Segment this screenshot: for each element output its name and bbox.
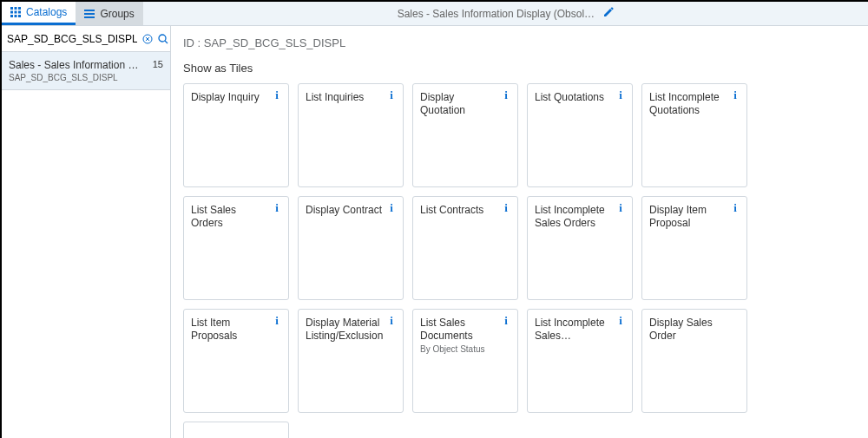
info-icon[interactable]: i: [729, 202, 741, 214]
grid-icon: [10, 7, 21, 17]
tile-add[interactable]: +: [183, 422, 289, 438]
tile[interactable]: Display Item Proposali: [641, 196, 747, 300]
svg-rect-2: [18, 7, 21, 10]
info-icon[interactable]: i: [271, 89, 283, 101]
info-icon[interactable]: i: [271, 202, 283, 214]
sidebar-item-subtitle: SAP_SD_BCG_SLS_DISPL: [9, 73, 163, 82]
tile[interactable]: List Sales Ordersi: [183, 196, 289, 300]
sidebar-item-count: 15: [153, 59, 163, 69]
tile[interactable]: Display Contracti: [298, 196, 404, 300]
tile-subtitle: By Object Status: [420, 344, 510, 354]
clear-icon[interactable]: [142, 34, 153, 44]
info-icon[interactable]: i: [729, 89, 741, 101]
tab-label: Groups: [100, 8, 134, 20]
info-icon[interactable]: i: [500, 202, 512, 214]
tile[interactable]: Display Sales Order: [641, 309, 747, 413]
tile[interactable]: List Contractsi: [412, 196, 518, 300]
tile[interactable]: List Item Proposalsi: [183, 309, 289, 413]
info-icon[interactable]: i: [500, 89, 512, 101]
svg-rect-5: [18, 11, 21, 14]
tile[interactable]: Display Inquiryi: [183, 83, 289, 187]
tile-title: List Incomplete Sales Documents: [535, 317, 625, 343]
tile[interactable]: List Sales DocumentsBy Object Statusi: [412, 309, 518, 413]
info-icon[interactable]: i: [385, 89, 398, 101]
info-icon[interactable]: i: [385, 315, 398, 327]
svg-rect-6: [10, 15, 13, 17]
sidebar-item[interactable]: Sales - Sales Information Displ…SAP_SD_B…: [2, 52, 170, 90]
tile-title: List Item Proposals: [191, 317, 281, 343]
svg-rect-1: [15, 7, 17, 10]
tile[interactable]: Display Material Listing/Exclusioni: [298, 309, 404, 413]
svg-rect-8: [18, 15, 21, 17]
tile-title: Display Sales Order: [649, 317, 740, 343]
search-bar: [2, 26, 170, 52]
tab-label: Catalogs: [26, 6, 67, 18]
tile-title: List Incomplete Quotations: [649, 91, 740, 117]
tile-title: List Quotations: [535, 91, 625, 104]
tile-title: List Contracts: [420, 204, 510, 217]
search-input[interactable]: [7, 33, 137, 45]
tile[interactable]: Display Quotationi: [412, 83, 518, 187]
tile[interactable]: List Inquiriesi: [298, 83, 404, 187]
info-icon[interactable]: i: [615, 202, 627, 214]
tab-groups[interactable]: Groups: [76, 2, 142, 25]
svg-point-15: [159, 35, 166, 42]
tile-title: Display Quotation: [420, 91, 510, 117]
tile-title: Display Contract: [306, 204, 396, 217]
svg-rect-0: [10, 7, 13, 10]
info-icon[interactable]: i: [615, 315, 627, 327]
svg-rect-3: [10, 11, 13, 14]
tab-catalogs[interactable]: Catalogs: [2, 2, 76, 25]
tile-title: List Incomplete Sales Orders: [535, 204, 625, 230]
tile-title: List Sales Orders: [191, 204, 281, 230]
tile[interactable]: List Quotationsi: [527, 83, 633, 187]
tile-title: Display Inquiry: [191, 91, 281, 104]
tile[interactable]: List Incomplete Quotationsi: [641, 83, 747, 187]
tile[interactable]: List Incomplete Sales Ordersi: [527, 196, 633, 300]
menu-icon: [84, 9, 95, 19]
detail-id: ID : SAP_SD_BCG_SLS_DISPL: [183, 36, 856, 49]
sidebar-item-title: Sales - Sales Information Displ…: [9, 59, 163, 71]
search-icon[interactable]: [158, 34, 168, 44]
info-icon[interactable]: i: [385, 202, 398, 214]
info-icon[interactable]: i: [615, 89, 627, 101]
section-title: Show as Tiles: [183, 62, 856, 75]
tile[interactable]: List Incomplete Sales Documentsi: [527, 309, 633, 413]
edit-icon[interactable]: [603, 7, 614, 20]
svg-rect-7: [15, 15, 17, 17]
svg-line-16: [165, 41, 168, 43]
tile-title: Display Item Proposal: [649, 204, 740, 230]
tile-title: Display Material Listing/Exclusion: [306, 317, 396, 343]
tile-title: List Inquiries: [306, 91, 396, 104]
page-title: Sales - Sales Information Display (Obsol…: [398, 8, 595, 20]
svg-rect-4: [15, 11, 17, 14]
info-icon[interactable]: i: [500, 315, 512, 327]
info-icon[interactable]: i: [271, 315, 283, 327]
tile-title: List Sales Documents: [420, 317, 510, 343]
